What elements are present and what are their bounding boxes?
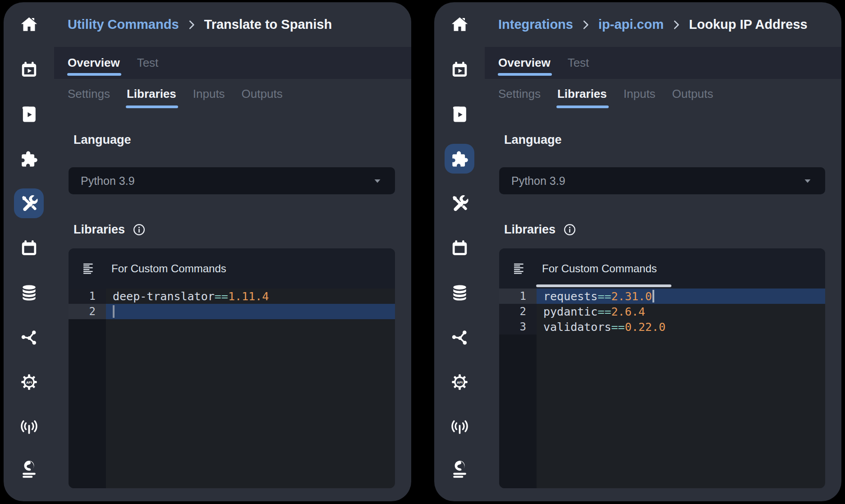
info-icon[interactable] — [133, 223, 146, 236]
package-version: 1.11.4 — [228, 290, 269, 303]
sidebar-item-home[interactable] — [14, 10, 44, 40]
subtab-libraries[interactable]: Libraries — [557, 87, 607, 101]
puzzle-piece-icon — [20, 150, 38, 168]
chevron-right-icon — [580, 19, 592, 31]
sidebar-item-api[interactable] — [14, 367, 44, 397]
main-content: Integrations ip-api.com Lookup IP Addres… — [485, 2, 841, 501]
language-dropdown-value: Python 3.9 — [511, 174, 802, 188]
text-lines-icon — [513, 262, 526, 275]
code-line-content: requests==2.31.0 — [537, 289, 825, 304]
active-editor-tab-indicator — [536, 284, 671, 287]
sidebar-item-integrations[interactable] — [445, 144, 474, 174]
libraries-heading: Libraries — [73, 223, 146, 237]
code-line-1[interactable]: 1 requests==2.31.0 — [499, 289, 825, 304]
code-line-1[interactable]: 1 deep-translator==1.11.4 — [69, 289, 395, 304]
breadcrumb-link[interactable]: ip-api.com — [598, 17, 664, 32]
editor-header: For Custom Commands — [499, 248, 825, 289]
line-number: 2 — [69, 304, 106, 319]
sidebar-item-utility-commands[interactable] — [14, 188, 44, 218]
breadcrumb-link[interactable]: Utility Commands — [68, 17, 179, 32]
sidebar-item-api[interactable] — [445, 367, 474, 397]
sidebar-item-database[interactable] — [14, 278, 44, 307]
breadcrumb-current: Translate to Spanish — [204, 17, 332, 32]
sidebar-item-globe[interactable] — [445, 454, 474, 484]
subtab-bar: Settings Libraries Inputs Outputs — [498, 79, 713, 109]
subtab-inputs[interactable]: Inputs — [624, 87, 656, 101]
version-operator: == — [215, 290, 228, 303]
tab-overview[interactable]: Overview — [498, 47, 551, 79]
subtab-inputs[interactable]: Inputs — [193, 87, 225, 101]
api-gear-icon — [450, 373, 469, 391]
code-area[interactable]: 1 requests==2.31.0 2 pydantic==2.6.4 3 v… — [499, 289, 825, 488]
info-icon[interactable] — [563, 223, 576, 236]
subtab-outputs[interactable]: Outputs — [672, 87, 713, 101]
main-content: Utility Commands Translate to Spanish Ov… — [54, 2, 411, 501]
code-line-content: pydantic==2.6.4 — [537, 304, 825, 319]
sidebar-item-workflows[interactable] — [445, 322, 474, 352]
sidebar-item-calendar[interactable] — [445, 233, 474, 263]
subtab-libraries[interactable]: Libraries — [127, 87, 176, 101]
sidebar-item-globe[interactable] — [14, 454, 44, 484]
sidebar-item-utility-commands[interactable] — [445, 188, 474, 218]
chevron-right-icon — [186, 19, 197, 31]
globe-lines-icon — [20, 460, 38, 478]
editor-tab-for-custom-commands[interactable]: For Custom Commands — [542, 262, 657, 275]
calendar-icon — [20, 239, 38, 257]
book-play-icon — [450, 105, 469, 124]
sidebar-item-scheduled-runs[interactable] — [445, 55, 474, 84]
sidebar-item-home[interactable] — [445, 10, 474, 40]
subtab-settings[interactable]: Settings — [68, 87, 110, 101]
line-number: 3 — [499, 319, 537, 334]
version-operator: == — [597, 305, 611, 318]
code-line-content: validators==0.22.0 — [537, 319, 825, 334]
sidebar-item-playbooks[interactable] — [445, 99, 474, 129]
tab-overview[interactable]: Overview — [68, 47, 120, 79]
home-icon — [20, 16, 38, 34]
text-cursor — [652, 290, 654, 302]
language-dropdown-value: Python 3.9 — [81, 174, 372, 188]
sidebar-item-database[interactable] — [445, 278, 474, 307]
sidebar-item-broadcast[interactable] — [445, 412, 474, 441]
language-dropdown[interactable]: Python 3.9 — [69, 167, 395, 194]
sidebar-item-playbooks[interactable] — [14, 99, 44, 129]
database-icon — [450, 284, 469, 302]
code-line-2[interactable]: 2 — [69, 304, 395, 319]
breadcrumb-link[interactable]: Integrations — [498, 17, 573, 32]
book-play-icon — [20, 105, 38, 124]
tab-test[interactable]: Test — [568, 47, 589, 79]
libraries-code-editor: For Custom Commands 1 deep-translator==1… — [69, 248, 395, 488]
calendar-icon — [450, 239, 469, 257]
version-operator: == — [597, 290, 611, 303]
code-area[interactable]: 1 deep-translator==1.11.4 2 — [69, 289, 395, 488]
package-version: 2.31.0 — [611, 290, 652, 303]
code-line-2[interactable]: 2 pydantic==2.6.4 — [499, 304, 825, 319]
subtab-outputs[interactable]: Outputs — [242, 87, 283, 101]
subtab-settings[interactable]: Settings — [498, 87, 541, 101]
text-cursor — [113, 305, 115, 318]
line-number: 1 — [499, 289, 537, 304]
language-dropdown[interactable]: Python 3.9 — [499, 167, 825, 194]
tab-test[interactable]: Test — [137, 47, 159, 79]
sidebar-item-workflows[interactable] — [14, 322, 44, 352]
broadcast-antenna-icon — [450, 417, 469, 436]
code-line-content: deep-translator==1.11.4 — [106, 289, 395, 304]
package-name: deep-translator — [113, 290, 215, 303]
editor-tab-for-custom-commands[interactable]: For Custom Commands — [111, 262, 226, 275]
tab-bar: Overview Test — [54, 47, 411, 79]
package-name: requests — [543, 290, 597, 303]
sidebar — [4, 2, 54, 501]
sidebar-item-scheduled-runs[interactable] — [14, 55, 44, 84]
line-number: 1 — [69, 289, 106, 304]
version-operator: == — [611, 321, 625, 334]
line-number: 2 — [499, 304, 537, 319]
sidebar-item-broadcast[interactable] — [14, 412, 44, 441]
puzzle-piece-icon — [450, 150, 469, 168]
libraries-heading: Libraries — [504, 223, 576, 237]
subtab-bar: Settings Libraries Inputs Outputs — [68, 79, 283, 109]
code-line-3[interactable]: 3 validators==0.22.0 — [499, 319, 825, 334]
sidebar-item-integrations[interactable] — [14, 144, 44, 174]
window-utility-commands: Utility Commands Translate to Spanish Ov… — [4, 2, 411, 501]
window-integrations: Integrations ip-api.com Lookup IP Addres… — [434, 2, 841, 501]
sidebar-item-calendar[interactable] — [14, 233, 44, 263]
code-line-content — [106, 304, 395, 319]
